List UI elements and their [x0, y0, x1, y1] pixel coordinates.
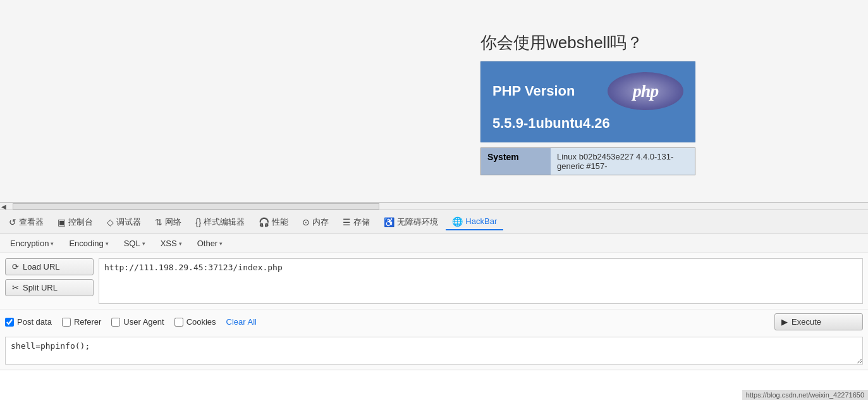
hackbar-icon: 🌐	[452, 216, 463, 227]
tab-network-label: 网络	[165, 216, 181, 228]
user-agent-checkbox-label[interactable]: User Agent	[111, 317, 164, 327]
load-url-button[interactable]: ⟳ Load URL	[5, 258, 94, 275]
tab-hackbar[interactable]: 🌐 HackBar	[446, 214, 503, 230]
xss-arrow: ▾	[179, 241, 182, 247]
hackbar-post-row: Post data Referer User Agent Cookies Cle…	[0, 309, 868, 334]
php-version-box: PHP Version php 5.5.9-1ubuntu4.26	[480, 61, 695, 142]
post-data-label: Post data	[17, 317, 52, 327]
referer-checkbox-label[interactable]: Referer	[62, 317, 101, 327]
tab-storage-label: 存储	[353, 216, 370, 228]
scrollbar-track[interactable]	[13, 203, 379, 209]
php-info-panel: 你会使用webshell吗？ PHP Version php 5.5.9-1ub…	[480, 32, 714, 175]
shell-input[interactable]	[5, 337, 863, 365]
storage-icon: ☰	[343, 217, 351, 227]
style-icon: {}	[195, 217, 201, 227]
execute-icon: ▶	[781, 317, 788, 327]
system-key: System	[481, 148, 551, 175]
tab-inspector-label: 查看器	[19, 216, 44, 228]
post-data-checkbox[interactable]	[5, 318, 14, 327]
other-menu[interactable]: Other ▾	[192, 237, 228, 250]
tab-debugger-label: 调试器	[116, 216, 141, 228]
tab-memory-label: 内存	[312, 216, 329, 228]
url-input[interactable]	[99, 258, 863, 304]
php-version-number: 5.5.9-1ubuntu4.26	[492, 115, 683, 132]
encoding-menu[interactable]: Encoding ▾	[64, 237, 113, 250]
split-url-icon: ✂	[12, 283, 19, 292]
referer-checkbox[interactable]	[62, 318, 71, 327]
xss-menu[interactable]: XSS ▾	[156, 237, 187, 250]
execute-label: Execute	[792, 317, 821, 327]
tab-hackbar-label: HackBar	[465, 216, 497, 226]
tab-accessibility-label: 无障碍环境	[397, 216, 438, 228]
php-title: 你会使用webshell吗？	[480, 32, 714, 54]
tab-memory[interactable]: ⊙ 内存	[296, 214, 335, 230]
accessibility-icon: ♿	[384, 217, 394, 227]
debugger-icon: ◇	[107, 217, 114, 227]
tab-inspector[interactable]: ↺ 查看器	[3, 214, 50, 230]
memory-icon: ⊙	[302, 217, 310, 227]
encoding-label: Encoding	[69, 239, 103, 248]
encryption-arrow: ▾	[51, 241, 54, 247]
performance-icon: 🎧	[259, 217, 269, 227]
tab-storage[interactable]: ☰ 存储	[336, 214, 376, 230]
hackbar-container: Encryption ▾ Encoding ▾ SQL ▾ XSS ▾ Othe…	[0, 234, 868, 370]
browser-content: 你会使用webshell吗？ PHP Version php 5.5.9-1ub…	[0, 0, 868, 203]
hackbar-menu: Encryption ▾ Encoding ▾ SQL ▾ XSS ▾ Othe…	[0, 234, 868, 253]
cookies-checkbox[interactable]	[174, 318, 183, 327]
tab-performance[interactable]: 🎧 性能	[252, 214, 295, 230]
sql-label: SQL	[124, 239, 140, 248]
tab-style-label: 样式编辑器	[204, 216, 245, 228]
sql-arrow: ▾	[142, 241, 145, 247]
tab-debugger[interactable]: ◇ 调试器	[101, 214, 147, 230]
referer-label: Referer	[74, 317, 101, 327]
user-agent-checkbox[interactable]	[111, 318, 120, 327]
devtools-tabs: ↺ 查看器 ▣ 控制台 ◇ 调试器 ⇅ 网络 {} 样式编辑器 🎧 性能 ⊙ 内…	[0, 210, 868, 234]
encryption-label: Encryption	[10, 239, 49, 248]
network-icon: ⇅	[155, 217, 162, 227]
tab-console[interactable]: ▣ 控制台	[51, 214, 99, 230]
system-value: Linux b02b2453e227 4.4.0-131-generic #15…	[551, 148, 695, 175]
encryption-menu[interactable]: Encryption ▾	[5, 237, 59, 250]
scroll-left-icon[interactable]: ◀	[0, 203, 8, 210]
php-system-box: System Linux b02b2453e227 4.4.0-131-gene…	[480, 147, 695, 175]
tab-performance-label: 性能	[272, 216, 288, 228]
execute-button[interactable]: ▶ Execute	[774, 313, 863, 330]
sql-menu[interactable]: SQL ▾	[119, 237, 150, 250]
tab-accessibility[interactable]: ♿ 无障碍环境	[377, 214, 444, 230]
cookies-checkbox-label[interactable]: Cookies	[174, 317, 216, 327]
inspector-icon: ↺	[9, 217, 16, 227]
clear-all-button[interactable]: Clear All	[226, 317, 257, 327]
console-icon: ▣	[58, 217, 66, 227]
split-url-label: Split URL	[23, 283, 58, 292]
encoding-arrow: ▾	[106, 241, 109, 247]
cookies-label: Cookies	[186, 317, 216, 327]
xss-label: XSS	[161, 239, 177, 248]
load-url-label: Load URL	[23, 262, 60, 272]
tab-style[interactable]: {} 样式编辑器	[189, 214, 251, 230]
php-logo: php	[608, 72, 683, 110]
other-arrow: ▾	[219, 241, 223, 247]
other-label: Other	[197, 239, 218, 248]
user-agent-label: User Agent	[123, 317, 164, 327]
load-url-icon: ⟳	[12, 262, 19, 272]
scrollbar-area[interactable]: ◀	[0, 203, 868, 210]
post-data-checkbox-label[interactable]: Post data	[5, 317, 52, 327]
hackbar-left-buttons: ⟳ Load URL ✂ Split URL	[5, 258, 94, 304]
tab-console-label: 控制台	[68, 216, 93, 228]
hackbar-body: ⟳ Load URL ✂ Split URL	[0, 253, 868, 309]
split-url-button[interactable]: ✂ Split URL	[5, 279, 94, 296]
tab-network[interactable]: ⇅ 网络	[149, 214, 188, 230]
php-version-label: PHP Version	[492, 83, 575, 99]
